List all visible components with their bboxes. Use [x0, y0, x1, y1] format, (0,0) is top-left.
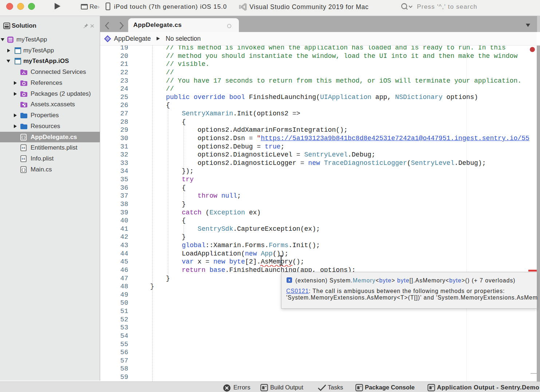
- svg-text:{}: {}: [21, 135, 26, 140]
- svg-text:{}: {}: [21, 168, 26, 172]
- svg-text:C: C: [106, 37, 109, 41]
